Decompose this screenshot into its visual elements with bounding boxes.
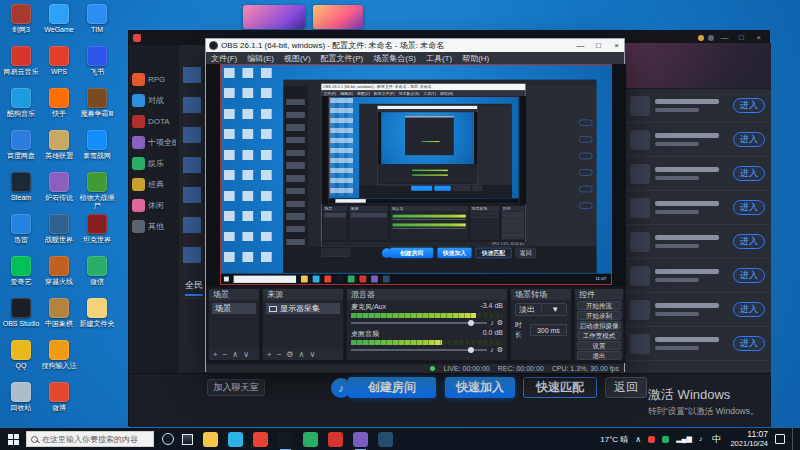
weather-widget[interactable]: 17°C 晴 [600,434,628,445]
sidebar-item-dota[interactable]: DOTA [129,113,179,130]
desktop-icon[interactable]: 战舰世界 [40,214,78,256]
menu-help[interactable]: 帮助(H) [457,53,494,64]
room-row[interactable]: 进入 [624,327,771,361]
desktop-icon[interactable]: 新建文件夹 [78,298,116,340]
volume-slider[interactable] [351,349,487,351]
back-button[interactable]: 返回 [605,377,647,398]
desktop-icon[interactable]: QQ [2,340,40,382]
desktop-icon[interactable]: 微博 [40,382,78,424]
quick-join-button[interactable]: 快速加入 [445,377,515,398]
add-source-icon[interactable]: + [267,350,272,359]
settings-icon[interactable] [708,35,714,41]
menu-edit[interactable]: 编辑(E) [242,53,279,64]
remove-source-icon[interactable]: − [277,350,282,359]
menu-view[interactable]: 视图(V) [279,53,316,64]
room-row[interactable]: 进入 [624,293,771,327]
desktop-icon[interactable]: TIM [78,4,116,46]
menu-profile[interactable]: 配置文件(P) [316,53,369,64]
scene-item[interactable]: 场景 [212,303,256,314]
enter-room-button[interactable]: 进入 [733,336,765,351]
taskbar-app-edge[interactable] [228,432,243,447]
settings-button[interactable]: 设置 [577,341,621,350]
desktop-icon[interactable]: 飞书 [78,46,116,88]
enter-room-button[interactable]: 进入 [733,302,765,317]
enter-room-button[interactable]: 进入 [733,166,765,181]
desktop-icon[interactable]: 暴雪战网 [78,130,116,172]
desktop-icon[interactable]: 植物大战僵尸 [78,172,116,214]
sidebar-item-rpg[interactable]: RPG [129,71,179,88]
taskbar-app-platform[interactable] [353,432,368,447]
desktop-icon[interactable]: 坦克世界 [78,214,116,256]
ime-indicator[interactable]: 中 [709,433,723,446]
enter-room-button[interactable]: 进入 [733,268,765,283]
obs-maximize-button[interactable]: □ [591,39,606,52]
desktop-icon[interactable]: 快手 [40,88,78,130]
sidebar-item-casual[interactable]: 休闲 [129,197,179,214]
source-item[interactable]: 显示器采集 [266,303,340,314]
volume-slider[interactable] [351,322,487,324]
desktop-icon[interactable]: 百度网盘 [2,130,40,172]
desktop-icon[interactable]: 网易云音乐 [2,46,40,88]
desktop-icon[interactable]: WeGame [40,4,78,46]
start-recording-button[interactable]: 开始录制 [577,311,621,320]
scene-up-icon[interactable]: ∧ [232,350,238,359]
room-row[interactable]: 进入 [624,123,771,157]
desktop-icon[interactable]: 炉石传说 [40,172,78,214]
taskbar-app-steam[interactable] [378,432,393,447]
tray-app-icon[interactable] [648,436,655,443]
taskbar-app-music[interactable] [328,432,343,447]
cortana-icon[interactable] [162,433,174,445]
tray-expand-icon[interactable]: ∧ [635,435,641,444]
desktop-icon[interactable]: Steam [2,172,40,214]
desktop-icon[interactable]: OBS Studio [2,298,40,340]
join-chatroom-button[interactable]: 加入聊天室 [207,379,265,396]
sidebar-item-allround[interactable]: 十项全能 [129,134,179,151]
promo-banner[interactable] [243,5,305,29]
show-desktop-button[interactable] [792,428,796,450]
taskbar-app-obs[interactable] [278,432,293,447]
menu-tools[interactable]: 工具(T) [421,53,457,64]
start-streaming-button[interactable]: 开始推流 [577,301,621,310]
desktop-icon[interactable]: 中国象棋 [40,298,78,340]
source-down-icon[interactable]: ∨ [309,350,315,359]
desktop-icon[interactable]: 英雄联盟 [40,130,78,172]
desktop-icon[interactable]: 酷狗音乐 [2,88,40,130]
obs-minimize-button[interactable]: — [573,39,588,52]
obs-title-bar[interactable]: OBS 26.1.1 (64-bit, windows) - 配置文件: 未命名… [206,39,624,52]
sidebar-item-other[interactable]: 其他 [129,218,179,235]
speaker-icon[interactable]: ♪ [490,346,494,353]
start-button[interactable] [0,428,26,450]
desktop-icon[interactable]: WPS [40,46,78,88]
studio-mode-button[interactable]: 工作室模式 [577,331,621,340]
volume-icon[interactable]: ♪ [699,434,703,444]
room-row[interactable]: 进入 [624,225,771,259]
create-room-button[interactable]: 创建房间 [348,377,436,398]
taskbar-app-chrome[interactable] [253,432,268,447]
sidebar-item-fun[interactable]: 娱乐 [129,155,179,172]
recharge-icon[interactable] [698,35,704,41]
enter-room-button[interactable]: 进入 [733,234,765,249]
virtual-camera-button[interactable]: 启动虚拟摄像机 [577,321,621,330]
sidebar-item-classic[interactable]: 经典 [129,176,179,193]
obs-preview-source[interactable]: 创建房间 快速加入 快速匹配 返回 OBS 26.1.1 (64-bit, wi… [221,65,611,284]
enter-room-button[interactable]: 进入 [733,132,765,147]
remove-scene-icon[interactable]: − [223,350,228,359]
room-row[interactable]: 进入 [624,259,771,293]
game-list-strip[interactable] [183,67,201,273]
quick-match-button[interactable]: 快速匹配 [523,377,597,398]
desktop-icon[interactable]: 回收站 [2,382,40,424]
desktop-icon[interactable]: 微信 [78,256,116,298]
desktop-icon[interactable]: 剑网3 [2,4,40,46]
transition-select[interactable]: 淡出▼ [515,303,567,316]
desktop-icon[interactable]: 穿越火线 [40,256,78,298]
enter-room-button[interactable]: 进入 [733,200,765,215]
add-scene-icon[interactable]: + [213,350,218,359]
source-up-icon[interactable]: ∧ [299,350,305,359]
chat-tab-all[interactable]: 全民 [185,279,203,296]
desktop-icon[interactable]: 魔兽争霸Ⅲ [78,88,116,130]
room-row[interactable]: 进入 [624,157,771,191]
taskbar-app-wechat[interactable] [303,432,318,447]
scene-down-icon[interactable]: ∨ [243,350,249,359]
enter-room-button[interactable]: 进入 [733,98,765,113]
notification-center-icon[interactable] [775,434,785,444]
